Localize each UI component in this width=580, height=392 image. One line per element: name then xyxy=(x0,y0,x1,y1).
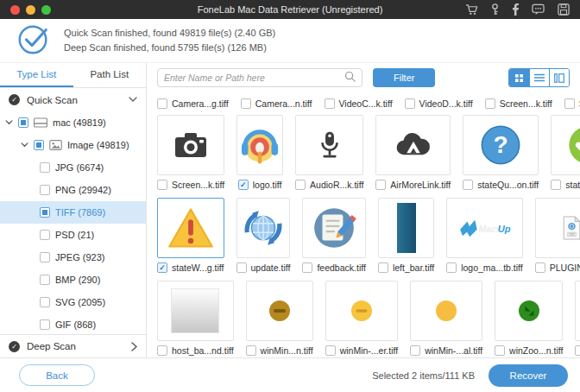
file-checkbox[interactable] xyxy=(325,345,336,356)
file-name[interactable]: left_bar.tiff xyxy=(393,262,434,273)
column-view-button[interactable] xyxy=(549,69,569,86)
back-button[interactable]: Back xyxy=(19,364,95,386)
minimize-button[interactable] xyxy=(26,5,35,15)
file-checkbox[interactable] xyxy=(246,345,256,356)
file-name[interactable]: AudioR...k.tiff xyxy=(310,180,363,190)
tree-checkbox[interactable] xyxy=(40,297,50,307)
sidebar-item-jpeg[interactable]: JPEG (923) xyxy=(0,246,146,269)
file-name[interactable]: PLUGIN...B.tiff xyxy=(550,262,580,273)
sidebar-item-gif[interactable]: GIF (868) xyxy=(0,313,146,334)
file-checkbox[interactable] xyxy=(238,180,249,190)
file-name[interactable]: update.tiff xyxy=(251,262,291,273)
file-thumbnail[interactable] xyxy=(295,115,363,175)
file-thumbnail[interactable] xyxy=(575,281,580,341)
chevron-down-icon[interactable] xyxy=(21,142,28,148)
tree-checkbox[interactable] xyxy=(40,252,50,262)
file-checkbox[interactable] xyxy=(405,98,415,109)
sidebar-item-png[interactable]: PNG (29942) xyxy=(0,179,146,201)
cart-icon[interactable] xyxy=(465,3,478,16)
file-checkbox[interactable] xyxy=(575,345,580,356)
file-name[interactable]: VideoC...k.tiff xyxy=(339,98,393,109)
recover-button[interactable]: Recover xyxy=(489,364,568,387)
file-thumbnail[interactable] xyxy=(495,281,563,341)
sidebar-item-bmp[interactable]: BMP (290) xyxy=(0,269,146,291)
file-name[interactable]: winMin-...al.tiff xyxy=(425,345,482,356)
file-name[interactable]: Screen...k.tiff xyxy=(500,98,552,109)
file-checkbox[interactable] xyxy=(236,262,247,273)
file-checkbox[interactable] xyxy=(378,262,388,273)
file-name[interactable]: Camera...g.tiff xyxy=(172,98,229,109)
search-icon[interactable] xyxy=(344,70,356,85)
sidebar-item-mac[interactable]: mac (49819) xyxy=(0,111,146,134)
sidebar-item-svg[interactable]: SVG (2095) xyxy=(0,291,146,313)
sidebar-item-jpg[interactable]: JPG (6674) xyxy=(0,156,146,179)
file-thumbnail[interactable]: TXT xyxy=(535,198,580,258)
tree-checkbox[interactable] xyxy=(40,275,50,285)
tree-checkbox[interactable] xyxy=(18,117,28,128)
file-thumbnail[interactable] xyxy=(236,115,283,175)
file-checkbox[interactable] xyxy=(325,98,335,109)
file-name[interactable]: Screen...k.tiff xyxy=(172,180,224,190)
grid-view-button[interactable] xyxy=(509,69,529,86)
file-checkbox[interactable] xyxy=(463,180,473,190)
file-thumbnail[interactable] xyxy=(410,281,482,341)
file-name[interactable]: winMin...n.tiff xyxy=(261,345,313,356)
tree-checkbox[interactable] xyxy=(40,162,50,173)
file-thumbnail[interactable] xyxy=(157,115,224,175)
file-name[interactable]: winZoo...n.tiff xyxy=(509,345,563,356)
file-name[interactable]: winMin-...er.tiff xyxy=(340,345,399,356)
file-checkbox[interactable] xyxy=(446,262,457,273)
file-checkbox[interactable] xyxy=(551,180,561,190)
file-checkbox[interactable] xyxy=(302,262,312,273)
file-name[interactable]: AirMoreLink.tiff xyxy=(390,180,451,190)
tab-type-list[interactable]: Type List xyxy=(0,63,73,87)
file-thumbnail[interactable] xyxy=(325,281,399,341)
filter-button[interactable]: Filter xyxy=(373,68,435,87)
file-thumbnail[interactable] xyxy=(236,198,291,258)
tab-path-list[interactable]: Path List xyxy=(73,63,147,87)
search-input[interactable] xyxy=(164,73,344,83)
sidebar-item-psd[interactable]: PSD (21) xyxy=(0,224,146,246)
sidebar-item-quick-scan[interactable]: ✓ Quick Scan xyxy=(0,88,146,111)
file-checkbox[interactable] xyxy=(375,180,386,190)
file-name[interactable]: logo_ma...tb.tiff xyxy=(461,262,523,273)
file-thumbnail[interactable] xyxy=(157,281,234,341)
file-thumbnail[interactable] xyxy=(375,115,451,175)
sidebar-item-image[interactable]: Image (49819) xyxy=(0,134,146,156)
file-checkbox[interactable] xyxy=(535,262,545,273)
file-thumbnail[interactable] xyxy=(302,198,365,258)
file-thumbnail[interactable] xyxy=(157,198,224,258)
chevron-down-icon[interactable] xyxy=(129,97,137,103)
file-thumbnail[interactable] xyxy=(246,281,313,341)
file-checkbox[interactable] xyxy=(495,345,505,356)
file-checkbox[interactable] xyxy=(157,262,167,273)
file-thumbnail[interactable] xyxy=(551,115,580,175)
close-button[interactable] xyxy=(10,5,20,15)
file-checkbox[interactable] xyxy=(157,345,167,356)
file-name[interactable]: stateW...g.tiff xyxy=(172,262,224,273)
tree-checkbox[interactable] xyxy=(40,207,50,218)
chat-icon[interactable] xyxy=(532,3,545,16)
file-thumbnail[interactable] xyxy=(378,198,434,258)
file-checkbox[interactable] xyxy=(485,98,495,109)
file-checkbox[interactable] xyxy=(564,98,575,109)
file-checkbox[interactable] xyxy=(410,345,420,356)
file-name[interactable]: VideoD...k.tiff xyxy=(419,98,473,109)
chevron-down-icon[interactable] xyxy=(5,120,13,125)
file-checkbox[interactable] xyxy=(157,98,167,109)
file-thumbnail[interactable]: MacsUp xyxy=(446,198,523,258)
facebook-icon[interactable] xyxy=(512,3,519,16)
file-name[interactable]: Camera...n.tiff xyxy=(255,98,312,109)
list-view-button[interactable] xyxy=(529,69,549,86)
file-name[interactable]: host_ba...nd.tiff xyxy=(172,345,234,356)
tree-checkbox[interactable] xyxy=(40,230,50,240)
key-icon[interactable] xyxy=(491,3,499,16)
sidebar-item-tiff[interactable]: TIFF (7869) xyxy=(0,201,146,224)
sidebar-item-deep-scan[interactable]: ✓ Deep Scan xyxy=(0,334,146,357)
save-icon[interactable] xyxy=(558,3,570,16)
file-checkbox[interactable] xyxy=(157,180,167,190)
file-checkbox[interactable] xyxy=(295,180,306,190)
file-name[interactable]: feedback.tiff xyxy=(317,262,365,273)
file-name[interactable]: logo.tiff xyxy=(253,180,282,190)
file-name[interactable]: stateQu...on.tiff xyxy=(477,180,539,190)
